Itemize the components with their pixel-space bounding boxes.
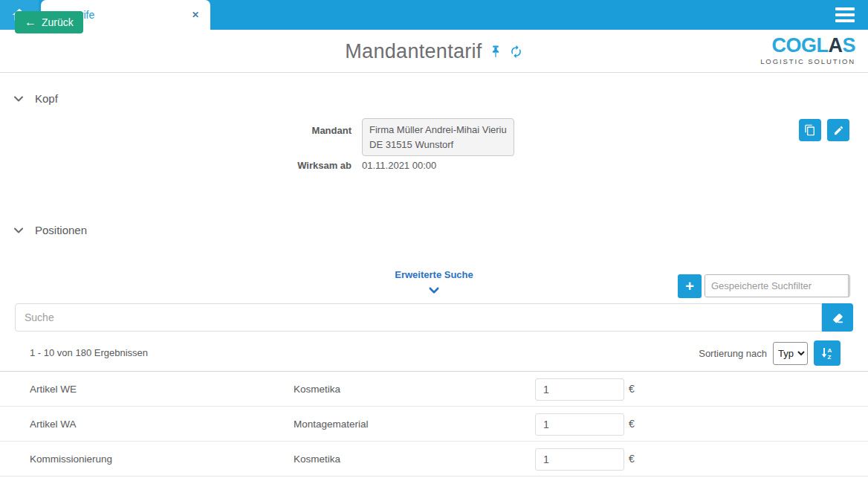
top-bar: Tarife ✕: [0, 0, 868, 30]
mandant-value-box: Firma Müller Andrei-Mihai Vieriu DE 3151…: [362, 118, 514, 156]
row-category: Kosmetika: [294, 442, 340, 477]
section-kopf: Kopf: [14, 92, 58, 105]
results-bar: 1 - 10 von 180 Ergebnissen Sortierung na…: [0, 335, 868, 372]
back-button[interactable]: ← Zurück: [15, 11, 83, 33]
app-window: Tarife ✕ ← Zurück Mandantentarif COGLAS: [0, 0, 868, 478]
currency-symbol: €: [629, 372, 635, 407]
copy-icon: [804, 124, 816, 136]
coglas-logo: COGLAS LOGISTIC SOLUTION: [760, 36, 855, 65]
back-arrow-icon: ←: [25, 16, 36, 28]
row-price-input[interactable]: [535, 448, 624, 471]
mandant-label: Mandant: [0, 125, 352, 136]
clear-search-button[interactable]: [822, 303, 853, 332]
saved-filter-input[interactable]: [705, 275, 848, 297]
add-filter-button[interactable]: +: [678, 274, 702, 298]
currency-symbol: €: [629, 442, 635, 477]
hamburger-menu-icon[interactable]: [835, 7, 855, 22]
wirksam-ab-label: Wirksam ab: [0, 160, 352, 171]
tab-close-icon[interactable]: ✕: [192, 10, 199, 19]
search-input[interactable]: [15, 303, 822, 332]
sort-field-select[interactable]: Typ: [773, 342, 808, 365]
logo-subtitle: LOGISTIC SOLUTION: [760, 58, 855, 65]
section-positionen: Positionen: [14, 224, 87, 236]
row-price-input[interactable]: [535, 378, 624, 401]
currency-symbol: €: [629, 407, 635, 442]
row-price-input[interactable]: [535, 413, 624, 436]
table-row[interactable]: Artikel WE Kosmetika €: [0, 372, 868, 407]
row-category: Montagematerial: [294, 407, 369, 442]
pencil-icon: [833, 125, 844, 136]
row-type: Artikel WA: [30, 407, 77, 442]
toolbar: [0, 30, 868, 73]
advanced-search-link[interactable]: Erweiterte Suche: [395, 269, 473, 280]
saved-filter-caret-icon[interactable]: ▼: [848, 275, 850, 297]
saved-filter-combobox: ▼: [705, 274, 850, 297]
wirksam-ab-value: 01.11.2021 00:00: [362, 160, 436, 171]
kopf-collapse-chevron-icon[interactable]: [14, 96, 23, 102]
table-row[interactable]: Kommissionierung Kosmetika €: [0, 442, 868, 477]
row-type: Kommissionierung: [30, 442, 112, 477]
back-button-label: Zurück: [42, 16, 74, 28]
results-count: 1 - 10 von 180 Ergebnissen: [30, 335, 148, 372]
edit-button[interactable]: [827, 119, 849, 141]
copy-button[interactable]: [799, 119, 821, 141]
eraser-icon: [831, 311, 845, 325]
sort-direction-button[interactable]: A Z: [814, 340, 841, 366]
row-type: Artikel WE: [30, 372, 77, 407]
kopf-section-label: Kopf: [35, 92, 58, 105]
row-category: Kosmetika: [294, 372, 340, 407]
positionen-section-label: Positionen: [35, 224, 87, 236]
pin-icon[interactable]: [490, 45, 502, 58]
svg-text:A: A: [828, 347, 832, 354]
advanced-search-chevron-icon[interactable]: [430, 287, 439, 294]
logo-wordmark: COGLAS: [760, 36, 855, 56]
refresh-icon[interactable]: [509, 45, 523, 59]
table-row[interactable]: Artikel WA Montagematerial €: [0, 407, 868, 442]
sort-label: Sortierung nach: [699, 348, 767, 359]
sort-alpha-icon: A Z: [820, 346, 835, 361]
positionen-collapse-chevron-icon[interactable]: [14, 227, 23, 233]
svg-text:Z: Z: [828, 354, 832, 361]
